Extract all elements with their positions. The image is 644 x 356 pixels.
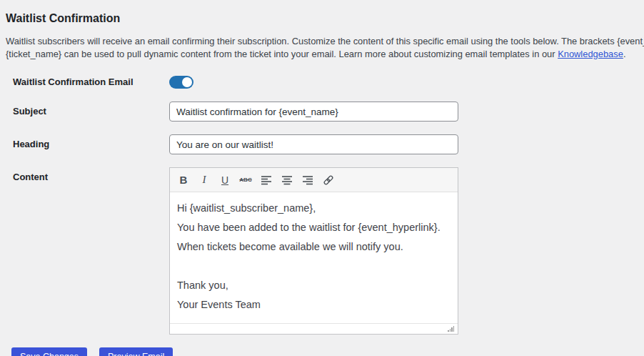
field-label-heading: Heading <box>6 134 169 150</box>
editor-line: Your Events Team <box>177 295 451 315</box>
underline-icon: U <box>221 174 228 186</box>
align-left-button[interactable] <box>257 172 276 189</box>
bold-icon: B <box>180 174 188 186</box>
link-icon <box>322 174 335 187</box>
resize-grip-icon[interactable] <box>446 325 456 333</box>
email-settings-form: Waitlist Confirmation Email Subject Head… <box>6 75 638 335</box>
align-left-icon <box>261 174 272 186</box>
form-actions: Save Changes Preview Email <box>11 347 638 356</box>
align-center-button[interactable] <box>278 172 296 189</box>
description-period: . <box>623 49 626 59</box>
field-label-waitlist-confirmation-email: Waitlist Confirmation Email <box>6 75 169 88</box>
editor-line: When tickets become available we will no… <box>177 237 451 257</box>
italic-icon: I <box>203 174 206 186</box>
heading-row: Heading <box>6 134 638 154</box>
align-right-icon <box>302 174 313 186</box>
editor-line: Thank you, <box>177 276 451 295</box>
toggle-knob <box>182 77 192 87</box>
preview-email-button[interactable]: Preview Email <box>99 347 173 356</box>
editor-line <box>177 257 451 276</box>
content-editor: B I U ABC <box>169 167 458 335</box>
description-line-2: {ticket_name} can be used to pull dynami… <box>6 49 625 59</box>
strikethrough-icon: ABC <box>239 177 251 183</box>
heading-input[interactable] <box>169 134 458 154</box>
strikethrough-button[interactable]: ABC <box>236 172 255 189</box>
save-changes-button[interactable]: Save Changes <box>11 347 87 356</box>
description-line-2-text: {ticket_name} can be used to pull dynami… <box>6 49 558 59</box>
waitlist-confirmation-page: Waitlist Confirmation Waitlist subscribe… <box>0 0 644 356</box>
editor-line: Hi {waitlist_subscriber_name}, <box>177 199 451 218</box>
subject-input[interactable] <box>169 102 458 122</box>
content-row: Content B I U ABC <box>6 167 638 335</box>
align-center-icon <box>281 174 293 186</box>
page-title: Waitlist Confirmation <box>6 11 638 26</box>
italic-button[interactable]: I <box>195 172 213 189</box>
editor-toolbar: B I U ABC <box>170 168 458 192</box>
waitlist-email-toggle-row: Waitlist Confirmation Email <box>6 75 638 89</box>
field-label-content: Content <box>6 167 169 183</box>
field-label-subject: Subject <box>6 102 169 117</box>
editor-content-area[interactable]: Hi {waitlist_subscriber_name}, You have … <box>170 192 458 323</box>
page-description: Waitlist subscribers will receive an ema… <box>6 35 638 61</box>
editor-line: You have been added to the waitlist for … <box>177 218 451 237</box>
bold-button[interactable]: B <box>174 172 193 189</box>
align-right-button[interactable] <box>298 172 317 189</box>
knowledgebase-link[interactable]: Knowledgebase <box>558 49 623 59</box>
underline-button[interactable]: U <box>216 172 234 189</box>
description-line-1: Waitlist subscribers will receive an ema… <box>6 36 644 46</box>
waitlist-email-toggle[interactable] <box>169 76 193 89</box>
subject-row: Subject <box>6 102 638 122</box>
editor-statusbar <box>170 323 458 334</box>
link-button[interactable] <box>319 172 338 189</box>
